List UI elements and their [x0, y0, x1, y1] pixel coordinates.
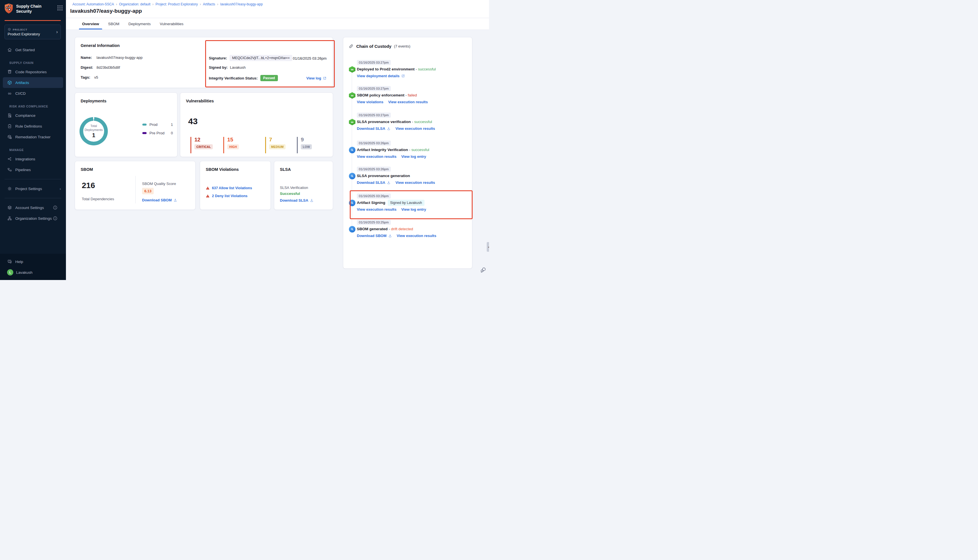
breadcrumb-item[interactable]: lavakush07/easy-buggy-app	[220, 2, 263, 6]
breadcrumb-item[interactable]: Account: Automation-SSCA	[72, 2, 114, 6]
sidebar-item-pipelines[interactable]: Pipelines	[3, 164, 63, 175]
view-log-entry-link[interactable]: View log entry	[401, 155, 426, 159]
sidebar-item-integrations[interactable]: Integrations	[3, 153, 63, 164]
project-selector-label: PROJECT	[13, 28, 27, 31]
brand-accent-rule	[5, 20, 61, 21]
signature-value[interactable]: MEQCICde2VjIT...bL+2+mqnOXw==	[230, 55, 292, 61]
download-sbom-link[interactable]: Download SBOM	[142, 198, 177, 202]
breadcrumb-item[interactable]: Project: Product Exploratory	[156, 2, 198, 6]
sidebar-footer: ? Help L Lavakush	[0, 254, 66, 280]
severity-count: 7	[269, 137, 285, 142]
tags-label: Tags:	[81, 75, 94, 80]
breadcrumb-item[interactable]: Artifacts	[203, 2, 215, 6]
chain-link-icon	[348, 43, 354, 49]
sidebar-item-compliance[interactable]: Compliance	[3, 110, 63, 121]
sidebar-item-label: Integrations	[15, 157, 61, 161]
name-value: lavakush07/easy-buggy-app	[97, 55, 143, 60]
tab-vulnerabilities[interactable]: Vulnerabilities	[156, 18, 187, 29]
sidebar-item-label: Remediation Tracker	[15, 135, 61, 139]
event-status: successful	[411, 148, 429, 152]
integrity-status-label: Integrity Verification Status:	[209, 76, 258, 80]
tab-deployments[interactable]: Deployments	[125, 18, 155, 29]
tags-value: v5	[94, 75, 98, 80]
deployments-card: Deployments Total Deployments 1 Prod1Pre…	[75, 92, 177, 157]
sidebar-collapse-handle[interactable]: ◀	[487, 242, 489, 252]
view-execution-results-link[interactable]: View execution results	[396, 127, 435, 131]
view-execution-results-link[interactable]: View execution results	[357, 207, 396, 212]
sidebar-item-label: Code Repositories	[15, 70, 61, 74]
event-title: Artifact Integrity Verification	[357, 148, 408, 152]
view-violations-link[interactable]: View violations	[357, 100, 384, 104]
violation-link[interactable]: 2 Deny list Violations	[212, 194, 248, 198]
name-label: Name:	[81, 55, 97, 60]
warning-icon	[206, 186, 210, 190]
view-log-link[interactable]: View log	[307, 76, 327, 80]
project-selector[interactable]: PROJECT Product Exploratory ›	[5, 25, 61, 39]
event-title: Artifact Signing	[357, 200, 386, 205]
sidebar-item-artifacts[interactable]: Artifacts	[3, 77, 63, 88]
sidebar-item-get-started[interactable]: Get Started	[3, 44, 63, 55]
card-title: Vulnerabilities	[186, 99, 214, 103]
severity-low: 9LOW	[297, 137, 312, 153]
breadcrumb-item[interactable]: Organization: default	[119, 2, 150, 6]
donut-center-value: 1	[92, 132, 95, 138]
download-icon	[388, 234, 392, 238]
status-badge: Passed	[260, 75, 278, 81]
view-execution-results-link[interactable]: View execution results	[388, 100, 428, 104]
severity-critical: 12CRITICAL	[190, 137, 213, 153]
sidebar-item-help[interactable]: ? Help	[3, 256, 63, 267]
event-title-row: Artifact Integrity Verification - succes…	[357, 148, 468, 152]
sidebar-item-label: Pipelines	[15, 168, 61, 172]
scan-icon	[349, 226, 355, 232]
chevron-right-icon: ›	[60, 187, 61, 191]
view-log-label: View log	[307, 76, 322, 80]
supply-chain-security-logo-icon	[4, 3, 13, 14]
view-execution-results-link[interactable]: View execution results	[397, 233, 436, 238]
download-slsa-link[interactable]: Download SLSA	[357, 180, 391, 185]
violation-link[interactable]: 637 Allow list Violations	[212, 186, 252, 190]
severity-high: 15HIGH	[223, 137, 239, 153]
doc-search-icon	[7, 113, 12, 118]
event-status: successful	[414, 120, 432, 124]
home-icon	[7, 47, 12, 52]
sidebar-item-organization-settings[interactable]: Organization Settings	[3, 213, 63, 224]
scan-icon	[349, 200, 355, 206]
event-timestamp: 01/16/2025 03:26pm	[357, 140, 391, 146]
signed-by-value: Lavakush	[230, 65, 245, 70]
external-link-icon	[323, 77, 327, 80]
breadcrumb-separator: ›	[152, 2, 154, 6]
tab-overview[interactable]: Overview	[78, 18, 103, 29]
download-sbom-link[interactable]: Download SBOM	[357, 233, 392, 238]
tab-sbom[interactable]: SBOM	[104, 18, 123, 29]
sidebar-item-remediation-tracker[interactable]: Remediation Tracker	[3, 132, 63, 142]
event-status: failed	[408, 93, 417, 97]
event-timestamp: 01/16/2025 03:26pm	[357, 193, 391, 198]
view-execution-results-link[interactable]: View execution results	[396, 180, 435, 185]
breadcrumb: Account: Automation-SSCA›Organization: d…	[66, 0, 489, 6]
view-deployment-details-link[interactable]: View deployment details	[357, 74, 405, 78]
view-execution-results-link[interactable]: View execution results	[357, 155, 396, 159]
chain-event-2: ∞01/16/2025 03:27pmSBOM policy enforceme…	[349, 86, 468, 104]
download-icon	[387, 181, 391, 184]
nav-section-label: RISK AND COMPLIANCE	[0, 99, 66, 110]
download-slsa-link[interactable]: Download SLSA	[280, 198, 314, 203]
brand-title: Supply Chain Security	[16, 3, 55, 14]
event-title: SLSA provenance verification	[357, 120, 411, 124]
layers-icon	[7, 205, 12, 210]
view-log-entry-link[interactable]: View log entry	[401, 207, 426, 212]
sidebar-item-rule-definitions[interactable]: Rule Definitions	[3, 121, 63, 132]
severity-badge: LOW	[301, 144, 312, 149]
sidebar-item-user[interactable]: L Lavakush	[3, 267, 63, 278]
app-grid-icon[interactable]	[57, 3, 63, 10]
nav-divider	[5, 179, 62, 179]
event-links: Download SLSAView execution results	[357, 127, 468, 131]
feedback-chat-icon[interactable]	[480, 267, 486, 273]
sidebar-item-label: Artifacts	[15, 81, 61, 85]
sidebar-item-ci-cd[interactable]: ∞CI/CD	[3, 88, 63, 99]
sidebar-item-project-settings[interactable]: Project Settings›	[3, 183, 63, 194]
signed-by-label: Signed by:	[209, 65, 227, 70]
sidebar-item-account-settings[interactable]: Account Settings	[3, 202, 63, 213]
sidebar-item-code-repositories[interactable]: Code Repositories	[3, 67, 63, 77]
download-slsa-link[interactable]: Download SLSA	[357, 127, 391, 131]
signature-row: Signature: MEQCICde2VjIT...bL+2+mqnOXw==	[209, 55, 292, 61]
